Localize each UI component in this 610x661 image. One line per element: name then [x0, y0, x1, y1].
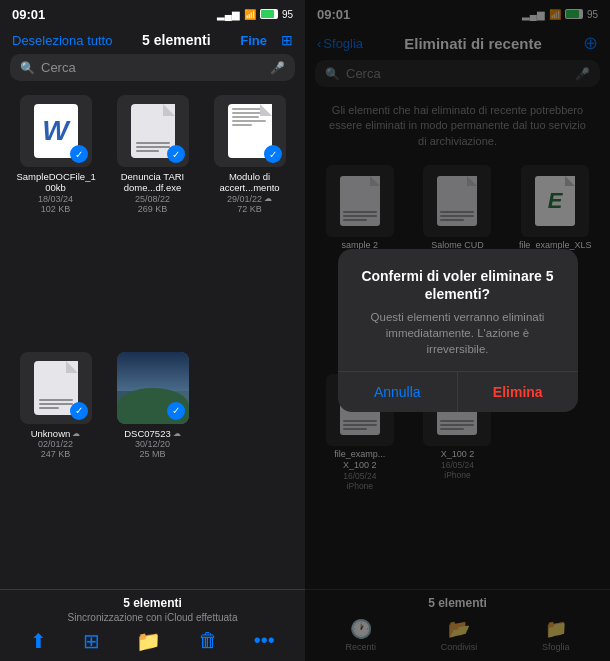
- wifi-icon-left: 📶: [244, 9, 256, 20]
- grid-icon[interactable]: ⊞: [281, 32, 293, 48]
- file-date: 29/01/22: [227, 194, 262, 204]
- file-count-left: 5 elementi: [142, 32, 210, 48]
- battery-level-left: 95: [282, 9, 293, 20]
- folder-button[interactable]: 📁: [136, 629, 161, 653]
- file-size: 102 KB: [41, 204, 71, 214]
- file-date: 18/03/24: [38, 194, 73, 204]
- status-icons-left: ▂▄▆ 📶 95: [217, 9, 293, 20]
- file-date: 02/01/22: [38, 439, 73, 449]
- status-bar-left: 09:01 ▂▄▆ 📶 95: [0, 0, 305, 28]
- file-thumbnail: ✓: [214, 95, 286, 167]
- check-icon: ✓: [167, 145, 185, 163]
- file-thumbnail: ✓: [117, 352, 189, 424]
- add-button[interactable]: ⊞: [83, 629, 100, 653]
- dialog-message: Questi elementi verranno eliminati immed…: [354, 309, 562, 357]
- check-icon: ✓: [167, 402, 185, 420]
- check-icon: ✓: [264, 145, 282, 163]
- cloud-icon: ☁: [264, 194, 272, 203]
- more-button[interactable]: •••: [254, 629, 275, 653]
- file-thumbnail: ✓: [117, 95, 189, 167]
- search-icon-left: 🔍: [20, 61, 35, 75]
- dialog-content: Confermi di voler eliminare 5 elementi? …: [338, 249, 578, 372]
- file-size: 72 KB: [237, 204, 262, 214]
- dialog-title: Confermi di voler eliminare 5 elementi?: [354, 267, 562, 303]
- file-date: 25/08/22: [135, 194, 170, 204]
- bottom-bar-left: 5 elementi Sincronizzazione con iCloud e…: [0, 589, 305, 661]
- left-panel: 09:01 ▂▄▆ 📶 95 Deseleziona tutto 5 eleme…: [0, 0, 305, 661]
- file-thumbnail: ✓: [20, 352, 92, 424]
- file-size: 269 KB: [138, 204, 168, 214]
- bottom-actions-left: ⬆ ⊞ 📁 🗑 •••: [0, 629, 305, 653]
- search-bar-left[interactable]: 🔍 Cerca 🎤: [10, 54, 295, 81]
- list-item[interactable]: W ✓ SampleDOCFile_1 00kb 18/03/24 102 KB: [8, 89, 103, 344]
- file-name: Unknown: [31, 428, 71, 439]
- list-item[interactable]: ✓ DSC07523 ☁ 30/12/20 25 MB: [105, 346, 200, 589]
- file-size: 247 KB: [41, 449, 71, 459]
- file-grid-left: W ✓ SampleDOCFile_1 00kb 18/03/24 102 KB…: [0, 89, 305, 589]
- cancel-button[interactable]: Annulla: [338, 372, 459, 412]
- cloud-icon: ☁: [72, 429, 80, 438]
- battery-icon-left: [260, 9, 278, 19]
- check-icon: ✓: [70, 402, 88, 420]
- mic-icon-left[interactable]: 🎤: [270, 61, 285, 75]
- header-left: Deseleziona tutto 5 elementi Fine ⊞: [0, 28, 305, 54]
- share-button[interactable]: ⬆: [30, 629, 47, 653]
- done-button[interactable]: Fine: [240, 33, 267, 48]
- file-name: SampleDOCFile_1 00kb: [17, 171, 95, 194]
- dialog-buttons: Annulla Elimina: [338, 371, 578, 412]
- file-thumbnail: W ✓: [20, 95, 92, 167]
- list-item[interactable]: ✓ Modulo di accert...mento 29/01/22 ☁ 72…: [202, 89, 297, 344]
- search-input-left[interactable]: Cerca: [41, 60, 264, 75]
- bottom-sync-label: Sincronizzazione con iCloud effettuata: [68, 612, 238, 623]
- trash-button[interactable]: 🗑: [198, 629, 218, 653]
- file-size: 25 MB: [139, 449, 165, 459]
- list-item[interactable]: ✓ Denuncia TARI dome...df.exe 25/08/22 2…: [105, 89, 200, 344]
- file-name: Denuncia TARI dome...df.exe: [114, 171, 192, 194]
- file-name: Modulo di accert...mento: [211, 171, 289, 194]
- deselect-button[interactable]: Deseleziona tutto: [12, 33, 112, 48]
- right-panel: 09:01 ▂▄▆ 📶 95 ‹ Sfoglia Eliminati di re…: [305, 0, 610, 661]
- file-date: 30/12/20: [135, 439, 170, 449]
- cloud-icon: ☁: [173, 429, 181, 438]
- confirm-dialog: Confermi di voler eliminare 5 elementi? …: [338, 249, 578, 413]
- check-icon: ✓: [70, 145, 88, 163]
- status-time-left: 09:01: [12, 7, 45, 22]
- file-name: DSC07523: [124, 428, 170, 439]
- delete-button[interactable]: Elimina: [458, 372, 578, 412]
- dialog-overlay: Confermi di voler eliminare 5 elementi? …: [305, 0, 610, 661]
- bottom-count-left: 5 elementi: [123, 596, 182, 610]
- list-item[interactable]: ✓ Unknown ☁ 02/01/22 247 KB: [8, 346, 103, 589]
- signal-icon-left: ▂▄▆: [217, 9, 240, 20]
